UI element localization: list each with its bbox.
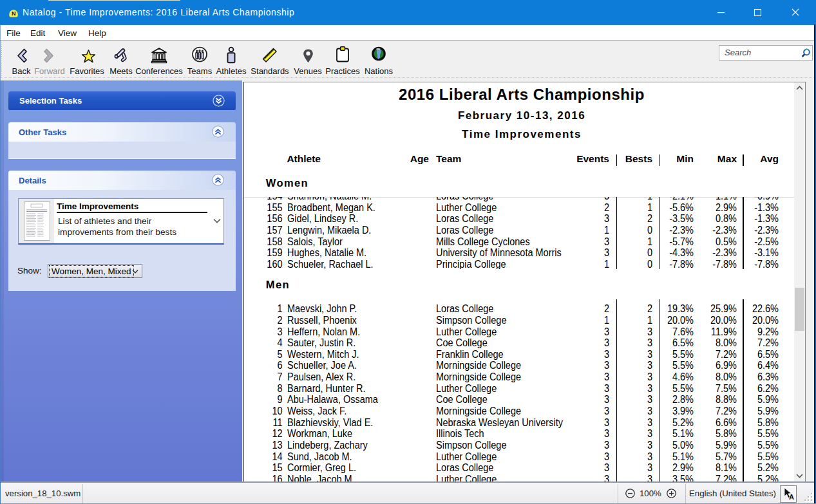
svg-text:A: A [789,493,794,501]
svg-text:N: N [11,10,15,17]
